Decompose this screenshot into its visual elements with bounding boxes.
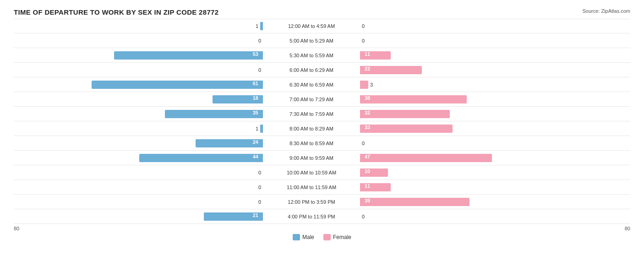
axis-right-val: 80: [625, 226, 630, 231]
chart-title: TIME OF DEPARTURE TO WORK BY SEX IN ZIP …: [14, 8, 630, 16]
bar-male: 44: [139, 154, 263, 162]
bar-male: [260, 22, 263, 30]
bar-male: 35: [165, 110, 263, 118]
bar-male: [260, 125, 263, 133]
female-value-outside: 0: [362, 141, 365, 146]
axis-labels: 80 80: [14, 226, 630, 231]
time-label: 9:00 AM to 9:59 AM: [266, 155, 357, 161]
male-value: 61: [253, 81, 258, 86]
female-value: 47: [365, 154, 370, 159]
bar-male: 18: [213, 95, 263, 103]
time-label: 8:30 AM to 8:59 AM: [266, 141, 357, 146]
bar-male: 53: [114, 51, 263, 60]
female-value: 38: [365, 95, 370, 101]
bar-female: 32: [360, 110, 450, 118]
chart-row: 18 7:00 AM to 7:29 AM 38: [14, 92, 630, 107]
chart-row: 24 8:30 AM to 8:59 AM 0: [14, 136, 630, 151]
chart-row: 1 12:00 AM to 4:59 AM 0: [14, 19, 630, 33]
time-label: 12:00 PM to 3:59 PM: [266, 199, 357, 205]
bar-female: 10: [360, 169, 388, 177]
bar-female: 33: [360, 125, 453, 133]
male-value: 24: [253, 139, 258, 145]
male-value-outside: 0: [258, 67, 261, 73]
legend: Male Female: [14, 234, 630, 240]
male-value: 21: [253, 212, 258, 218]
chart-row: 0 5:00 AM to 5:29 AM 0: [14, 33, 630, 48]
bar-female: [360, 81, 368, 89]
male-value-outside: 0: [258, 170, 261, 175]
time-label: 7:30 AM to 7:59 AM: [266, 111, 357, 117]
chart-row: 0 12:00 PM to 3:59 PM 39: [14, 195, 630, 209]
bar-female: 22: [360, 66, 422, 74]
time-label: 8:00 AM to 8:29 AM: [266, 126, 357, 131]
bar-female: 39: [360, 198, 469, 206]
male-value-outside: 0: [258, 199, 261, 205]
chart-area: 1 12:00 AM to 4:59 AM 0 0 5:00 AM to 5:2…: [14, 19, 630, 224]
chart-row: 44 9:00 AM to 9:59 AM 47: [14, 151, 630, 165]
chart-row: 1 8:00 AM to 8:29 AM 33: [14, 121, 630, 136]
female-value: 11: [365, 183, 370, 189]
bar-male: 61: [92, 81, 263, 89]
male-value-outside: 1: [256, 23, 258, 29]
male-value: 18: [253, 95, 258, 101]
time-label: 5:30 AM to 5:59 AM: [266, 53, 357, 58]
bar-female: 38: [360, 95, 467, 103]
female-value: 22: [365, 66, 370, 71]
female-value-outside: 0: [362, 214, 365, 219]
female-value: 33: [365, 125, 370, 130]
time-label: 4:00 PM to 11:59 PM: [266, 214, 357, 219]
male-label: Male: [302, 234, 314, 240]
legend-female: Female: [323, 234, 351, 240]
chart-row: 35 7:30 AM to 7:59 AM 32: [14, 107, 630, 121]
female-value-outside: 0: [362, 38, 365, 44]
time-label: 11:00 AM to 11:59 AM: [266, 185, 357, 190]
chart-row: 21 4:00 PM to 11:59 PM 0: [14, 209, 630, 224]
male-value-outside: 1: [256, 126, 258, 131]
male-value: 44: [253, 154, 258, 159]
male-value: 53: [253, 51, 258, 57]
female-value: 10: [365, 169, 370, 174]
bar-female: 11: [360, 51, 391, 60]
male-value-outside: 0: [258, 38, 261, 44]
time-label: 6:00 AM to 6:29 AM: [266, 67, 357, 73]
chart-row: 0 11:00 AM to 11:59 AM 11: [14, 180, 630, 195]
male-swatch: [293, 234, 300, 240]
female-label: Female: [333, 234, 351, 240]
source-text: Source: ZipAtlas.com: [582, 8, 630, 14]
chart-row: 0 6:00 AM to 6:29 AM 22: [14, 63, 630, 77]
bar-male: 24: [196, 139, 263, 147]
chart-row: 0 10:00 AM to 10:59 AM 10: [14, 165, 630, 180]
time-label: 12:00 AM to 4:59 AM: [266, 23, 357, 29]
time-label: 10:00 AM to 10:59 AM: [266, 170, 357, 175]
male-value: 35: [253, 110, 258, 115]
female-value: 39: [365, 198, 370, 203]
bar-female: 47: [360, 154, 492, 162]
female-value-outside: 3: [370, 82, 373, 87]
female-swatch: [323, 234, 331, 240]
male-value-outside: 0: [258, 185, 261, 190]
chart-container: TIME OF DEPARTURE TO WORK BY SEX IN ZIP …: [0, 0, 644, 272]
time-label: 7:00 AM to 7:29 AM: [266, 97, 357, 102]
female-value: 11: [365, 51, 370, 57]
time-label: 6:30 AM to 6:59 AM: [266, 82, 357, 87]
female-value: 32: [365, 110, 370, 115]
legend-male: Male: [293, 234, 314, 240]
time-label: 5:00 AM to 5:29 AM: [266, 38, 357, 44]
bar-female: 11: [360, 183, 391, 191]
female-value-outside: 0: [362, 23, 365, 29]
chart-row: 61 6:30 AM to 6:59 AM 3: [14, 77, 630, 92]
bar-male: 21: [204, 212, 263, 221]
chart-row: 53 5:30 AM to 5:59 AM 11: [14, 48, 630, 63]
axis-left-val: 80: [14, 226, 19, 231]
